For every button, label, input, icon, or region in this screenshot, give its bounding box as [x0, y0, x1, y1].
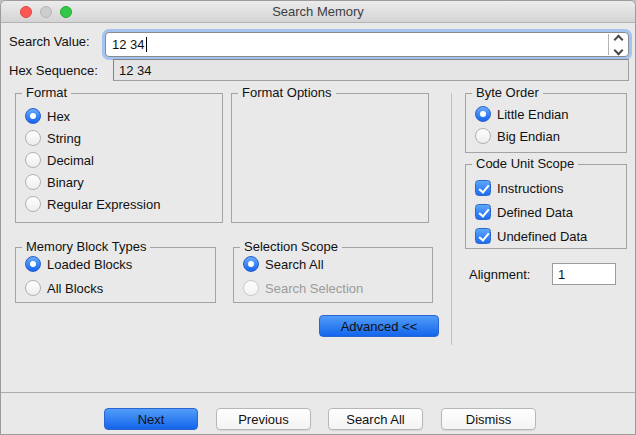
selection-scope-group-title: Selection Scope — [240, 239, 342, 254]
checkbox-checked-icon — [475, 228, 491, 244]
radio-label: Search All — [265, 257, 324, 272]
radio-icon — [475, 128, 491, 144]
search-memory-dialog: Search Memory Search Value: 12 34 Hex Se… — [0, 0, 636, 435]
checkbox-label: Defined Data — [497, 205, 573, 220]
memory-block-types-group-title: Memory Block Types — [22, 239, 150, 254]
radio-selected-icon — [25, 108, 41, 124]
format-group-title: Format — [22, 85, 71, 100]
hex-sequence-label: Hex Sequence: — [9, 63, 98, 78]
code-unit-scope-group-title: Code Unit Scope — [472, 156, 578, 171]
close-button[interactable] — [20, 6, 32, 18]
radio-label: Big Endian — [497, 129, 560, 144]
radio-decimal[interactable]: Decimal — [25, 152, 218, 168]
radio-hex[interactable]: Hex — [25, 108, 218, 124]
radio-label: Hex — [47, 109, 70, 124]
radio-icon — [25, 196, 41, 212]
radio-big-endian[interactable]: Big Endian — [475, 128, 622, 144]
search-value-text: 12 34 — [112, 37, 145, 52]
minimize-button — [40, 6, 52, 18]
alignment-value: 1 — [558, 267, 565, 282]
radio-label: String — [47, 131, 81, 146]
radio-disabled-icon — [243, 280, 259, 296]
chevron-up-icon — [613, 34, 623, 44]
search-value-input[interactable]: 12 34 — [105, 32, 629, 57]
radio-label: Binary — [47, 175, 84, 190]
footer-divider — [1, 392, 635, 393]
radio-search-selection: Search Selection — [243, 280, 428, 296]
radio-binary[interactable]: Binary — [25, 174, 218, 190]
next-button[interactable]: Next — [104, 408, 198, 430]
alignment-input[interactable]: 1 — [552, 263, 616, 285]
radio-icon — [25, 152, 41, 168]
traffic-lights — [20, 6, 72, 18]
radio-all-blocks[interactable]: All Blocks — [25, 280, 211, 296]
format-options-group: Format Options — [231, 93, 429, 223]
checkbox-defined-data[interactable]: Defined Data — [475, 204, 622, 220]
memory-block-types-group: Memory Block Types Loaded Blocks All Blo… — [15, 247, 216, 303]
text-caret — [146, 37, 147, 52]
format-options-group-title: Format Options — [238, 85, 336, 100]
radio-icon — [25, 280, 41, 296]
dismiss-button[interactable]: Dismiss — [441, 408, 536, 430]
title-bar: Search Memory — [1, 1, 635, 23]
byte-order-group-title: Byte Order — [472, 85, 543, 100]
radio-regular-expression[interactable]: Regular Expression — [25, 196, 218, 212]
radio-label: Loaded Blocks — [47, 257, 132, 272]
checkbox-label: Instructions — [497, 181, 563, 196]
checkbox-checked-icon — [475, 180, 491, 196]
chevron-down-icon — [613, 45, 623, 55]
radio-search-all[interactable]: Search All — [243, 256, 428, 272]
window-title: Search Memory — [272, 4, 364, 19]
previous-button[interactable]: Previous — [216, 408, 311, 430]
radio-label: Regular Expression — [47, 197, 160, 212]
checkbox-undefined-data[interactable]: Undefined Data — [475, 228, 622, 244]
radio-icon — [25, 130, 41, 146]
advanced-button[interactable]: Advanced << — [319, 315, 439, 337]
radio-label: Little Endian — [497, 107, 569, 122]
search-all-button[interactable]: Search All — [328, 408, 423, 430]
vertical-separator — [451, 93, 452, 345]
code-unit-scope-group: Code Unit Scope Instructions Defined Dat… — [465, 164, 627, 249]
radio-loaded-blocks[interactable]: Loaded Blocks — [25, 256, 211, 272]
checkbox-label: Undefined Data — [497, 229, 587, 244]
radio-label: Decimal — [47, 153, 94, 168]
combo-stepper[interactable] — [608, 34, 627, 55]
byte-order-group: Byte Order Little Endian Big Endian — [465, 93, 627, 153]
radio-selected-icon — [25, 256, 41, 272]
hex-sequence-value: 12 34 — [113, 59, 629, 81]
zoom-button[interactable] — [60, 6, 72, 18]
radio-selected-icon — [243, 256, 259, 272]
format-group: Format Hex String Decimal Binary Regular… — [15, 93, 223, 223]
radio-little-endian[interactable]: Little Endian — [475, 106, 622, 122]
radio-selected-icon — [475, 106, 491, 122]
radio-label: All Blocks — [47, 281, 103, 296]
radio-string[interactable]: String — [25, 130, 218, 146]
alignment-label: Alignment: — [469, 267, 530, 282]
hex-sequence-text: 12 34 — [119, 63, 152, 78]
checkbox-checked-icon — [475, 204, 491, 220]
checkbox-instructions[interactable]: Instructions — [475, 180, 622, 196]
radio-label: Search Selection — [265, 281, 363, 296]
radio-icon — [25, 174, 41, 190]
selection-scope-group: Selection Scope Search All Search Select… — [233, 247, 433, 303]
search-value-label: Search Value: — [9, 34, 90, 49]
